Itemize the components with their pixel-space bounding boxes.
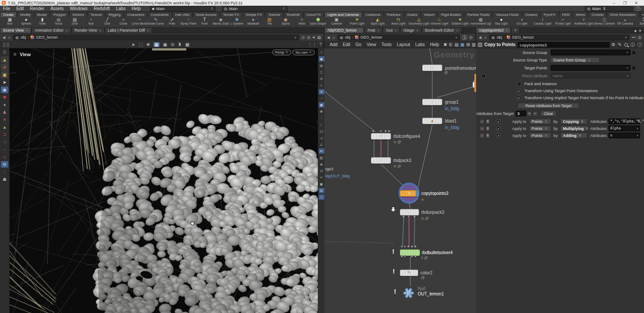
forward-icon[interactable]: ▶ [7, 36, 12, 40]
shelf-tab[interactable]: Particle Fluids [464, 12, 492, 17]
shelf-tab[interactable]: Texture [88, 12, 105, 17]
pane-tab[interactable]: Animation Editor× [32, 27, 71, 33]
shelf-tool[interactable]: ✦ Distant Light [450, 17, 470, 28]
close-tab-icon[interactable]: × [66, 29, 68, 32]
help-icon[interactable]: ? [636, 6, 640, 11]
piece-attribute-toggle[interactable] [481, 74, 486, 78]
display-option-icon[interactable]: ◉ [319, 56, 324, 61]
shelf-tab[interactable]: Oceans [522, 12, 541, 17]
viewport-help-icon[interactable]: ⋮⋮ [308, 42, 317, 47]
gear-icon[interactable]: ⚙ [612, 42, 616, 47]
display-option-icon[interactable]: ✏ [319, 148, 324, 154]
shelf-tab[interactable]: Modify [17, 12, 34, 17]
pane-tab[interactable]: /mat× [364, 27, 382, 33]
breadcrumb[interactable]: ▦ obj› GEO_lemon ▼ [489, 35, 630, 40]
viewport-tool-icon[interactable]: ✣ [1, 64, 8, 71]
by-dropdown[interactable]: Multiplying⇕ [560, 126, 587, 131]
shelf-tool[interactable]: T Font [196, 17, 213, 28]
shelf-tab[interactable]: Redshift [284, 12, 302, 17]
radial-menu-icon[interactable]: ◎ [469, 35, 473, 40]
attributes-field[interactable]: Alpha▼ [608, 126, 640, 131]
viewport-tool-icon[interactable]: ▣ [1, 72, 8, 78]
network-menu-item[interactable]: Go [353, 42, 364, 47]
display-option-icon[interactable]: ▨ [319, 155, 324, 160]
reset-attributes-button[interactable]: Reset Attributes from Target [518, 103, 579, 108]
shelf-tab[interactable]: Rigging [106, 12, 124, 17]
viewport-tool-icon[interactable]: ∪ [1, 154, 8, 160]
snapshot-icon[interactable]: ● [313, 35, 315, 40]
warning-badge[interactable] [387, 203, 400, 216]
viewport-tool-icon[interactable]: ✥ [146, 42, 150, 47]
apply-to-dropdown[interactable]: Points⇕ [529, 133, 551, 138]
by-dropdown[interactable]: Adding⇕ [560, 133, 587, 138]
close-tab-icon[interactable]: × [359, 29, 361, 32]
shelf-tool[interactable]: ⌦ Switcher [635, 17, 644, 28]
delete-row-button[interactable]: × [480, 119, 484, 124]
pane-tab[interactable]: Labs | Parameter Diff× [105, 27, 152, 33]
network-toolbar-icon[interactable]: ✖ [444, 42, 447, 47]
reorder-row-button[interactable]: ⇕ [485, 119, 490, 124]
toolbar-grip[interactable]: ⣿⣿ [0, 42, 13, 47]
node-color2[interactable]: ✎ [400, 270, 418, 276]
display-set-icon[interactable]: ▤ [317, 35, 321, 40]
viewport-tool-icon[interactable]: ∩ [1, 146, 8, 153]
shelf-tool[interactable]: ○ Circle [115, 17, 132, 28]
display-option-icon[interactable]: 12 [319, 129, 324, 134]
node-copytopoints3[interactable]: ❂ [400, 190, 419, 197]
minimize-button[interactable]: – [613, 1, 615, 5]
pane-tab[interactable]: Bookmark Editor× [422, 27, 461, 33]
close-tab-icon[interactable]: × [416, 29, 419, 32]
pane-tab[interactable]: Render View× [71, 27, 104, 33]
viewport-tool-icon[interactable]: ● [1, 101, 8, 108]
warning-badge[interactable]: ! [387, 265, 400, 278]
shelf-tab[interactable]: Crowds [588, 12, 606, 17]
reorder-row-button[interactable]: ⇕ [485, 126, 490, 131]
display-option-icon[interactable]: ◔ [319, 96, 324, 101]
add-shelf-tab-button[interactable]: + [639, 13, 644, 17]
viewport-tool-icon[interactable]: ➤ [132, 42, 135, 47]
info-icon[interactable]: ⓘ [630, 42, 635, 48]
node-rbdbulletsolver4[interactable]: 🌀︎ [400, 249, 420, 256]
network-toolbar-icon[interactable]: ▤ [455, 42, 459, 47]
shelf-tab[interactable]: Characters [124, 12, 147, 17]
delete-row-button[interactable]: × [480, 126, 484, 131]
shelf-tab[interactable]: Deform [69, 12, 87, 17]
network-menu-item[interactable]: Add [327, 42, 340, 47]
snapshot-count-badge[interactable]: 1 [462, 35, 467, 40]
shelf-tab[interactable]: Polygon [50, 12, 69, 17]
viewport-canvas[interactable] [10, 48, 318, 313]
viewport-tool-icon[interactable]: ☗ [1, 176, 8, 183]
close-tab-icon[interactable]: × [456, 29, 459, 32]
shelf-tab[interactable]: Simple FX [243, 12, 265, 17]
viewport-tool-icon[interactable]: ⊃ [1, 131, 8, 138]
forward-icon[interactable]: ▶ [484, 36, 488, 40]
help-icon[interactable]: ? [637, 42, 642, 47]
radial-menu-icon[interactable]: ◎ [307, 35, 310, 40]
remove-attribute-button[interactable]: − [533, 111, 537, 116]
shelf-tool[interactable]: ● Sky Light [491, 17, 512, 28]
attributes-field[interactable]: *,^v,^Alpha,^N,^u▼ [608, 119, 640, 124]
warning-badge[interactable]: ! [387, 245, 400, 259]
brush-icon[interactable]: ✎ [618, 42, 622, 47]
viewport-tool-icon[interactable]: ▣ [163, 42, 167, 47]
node-group1[interactable]: ○ [422, 99, 442, 105]
menu-item[interactable]: Edit [13, 6, 27, 11]
pane-tab[interactable]: copytopoints3× [476, 27, 511, 33]
shelf-tab[interactable]: Hair Utils [172, 12, 192, 17]
viewport-tool-icon[interactable]: ▲ [1, 57, 8, 63]
shelf-tab[interactable]: Collisions [363, 12, 384, 17]
viewport-tool-icon[interactable]: ⠿ [1, 49, 8, 56]
delete-row-button[interactable]: × [480, 133, 484, 138]
shelf-tool[interactable]: ➚ Path [164, 17, 180, 28]
pane-tab[interactable]: /stage× [400, 27, 421, 33]
display-option-icon[interactable]: ▤ [319, 63, 324, 68]
display-option-icon[interactable]: ◻ [319, 69, 324, 75]
network-menu-item[interactable]: Edit [340, 42, 353, 47]
shelf-tool[interactable]: ▧ Tile [261, 17, 278, 28]
shelf-tool[interactable]: ≀ Caustic Light [532, 17, 553, 28]
display-option-icon[interactable]: ⊘ [319, 76, 324, 81]
viewport-tool-icon[interactable]: ∩ [1, 139, 8, 145]
shelf-tool[interactable]: ◫ Stereo Camera [594, 17, 615, 28]
viewport-tool-icon[interactable]: ▲ [1, 124, 8, 130]
viewport-tool-icon[interactable]: ▦ [153, 42, 159, 47]
